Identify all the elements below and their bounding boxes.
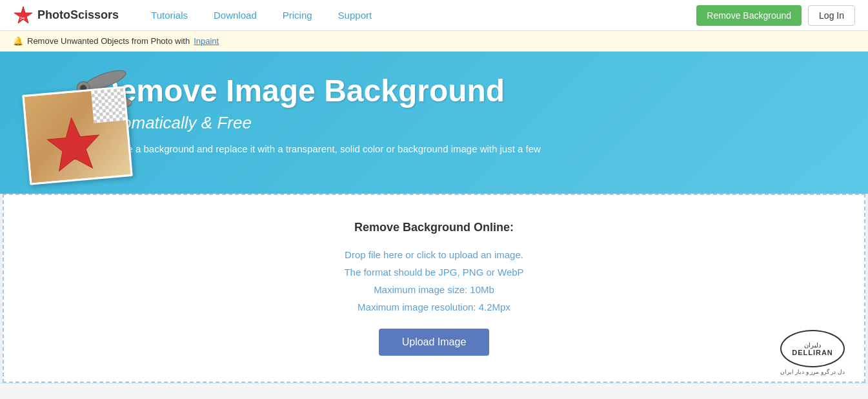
- upload-section[interactable]: Remove Background Online: Drop file here…: [3, 194, 865, 383]
- upload-info: Drop file here or click to upload an ima…: [344, 246, 523, 316]
- starfish-icon: [39, 112, 108, 175]
- hero-description: Remove a background and replace it with …: [97, 142, 549, 171]
- hero-photo-card: [22, 86, 133, 185]
- notice-text: Remove Unwanted Objects from Photo with: [27, 36, 190, 46]
- remove-background-button[interactable]: Remove Background: [696, 5, 802, 26]
- hero-text: Remove Image Background Automatically & …: [97, 74, 549, 172]
- logo-icon: ✂: [13, 5, 34, 26]
- svg-marker-10: [46, 116, 102, 172]
- bottom-section: Easily Remove Backgrounds from Photos wi…: [0, 383, 868, 399]
- upload-line1: Drop file here or click to upload an ima…: [344, 246, 523, 263]
- hero-title: Remove Image Background: [97, 74, 549, 108]
- nav-support[interactable]: Support: [325, 0, 385, 31]
- upload-line4: Maximum image resolution: 4.2Mpx: [344, 298, 523, 316]
- delliran-fa-text: دلیران: [804, 342, 821, 349]
- nav-tutorials[interactable]: Tutorials: [138, 0, 201, 31]
- delliran-en-text: DELLIRAN: [792, 349, 833, 356]
- notice-icon: 🔔: [13, 36, 23, 46]
- upload-line2: The format should be JPG, PNG or WebP: [344, 263, 523, 281]
- logo-text: PhotoScissors: [37, 8, 119, 22]
- delliran-badge: دلیران DELLIRAN دل در گرو مرز و دیار ایر…: [774, 330, 851, 375]
- hero-section: Remove Image Background Automatically & …: [0, 52, 868, 194]
- notice-bar: 🔔 Remove Unwanted Objects from Photo wit…: [0, 31, 868, 52]
- nav-right-actions: Remove Background Log In: [696, 5, 855, 26]
- nav-pricing[interactable]: Pricing: [270, 0, 325, 31]
- nav-links: Tutorials Download Pricing Support: [138, 0, 696, 31]
- nav-download[interactable]: Download: [201, 0, 270, 31]
- login-button[interactable]: Log In: [808, 5, 855, 26]
- upload-image-button[interactable]: Upload Image: [379, 329, 490, 356]
- bottom-title: Easily Remove Backgrounds from Photos wi…: [26, 396, 842, 399]
- hero-image-area: [19, 58, 148, 187]
- upload-title: Remove Background Online:: [354, 221, 514, 234]
- inpaint-link[interactable]: Inpaint: [194, 36, 219, 46]
- navbar: ✂ PhotoScissors Tutorials Download Prici…: [0, 0, 868, 31]
- logo-link[interactable]: ✂ PhotoScissors: [13, 5, 119, 26]
- hero-subtitle: Automatically & Free: [97, 113, 549, 133]
- delliran-sub-text: دل در گرو مرز و دیار ایران: [780, 369, 845, 375]
- svg-text:✂: ✂: [20, 15, 25, 22]
- delliran-circle: دلیران DELLIRAN: [780, 330, 845, 367]
- upload-line3: Maximum image size: 10Mb: [344, 281, 523, 298]
